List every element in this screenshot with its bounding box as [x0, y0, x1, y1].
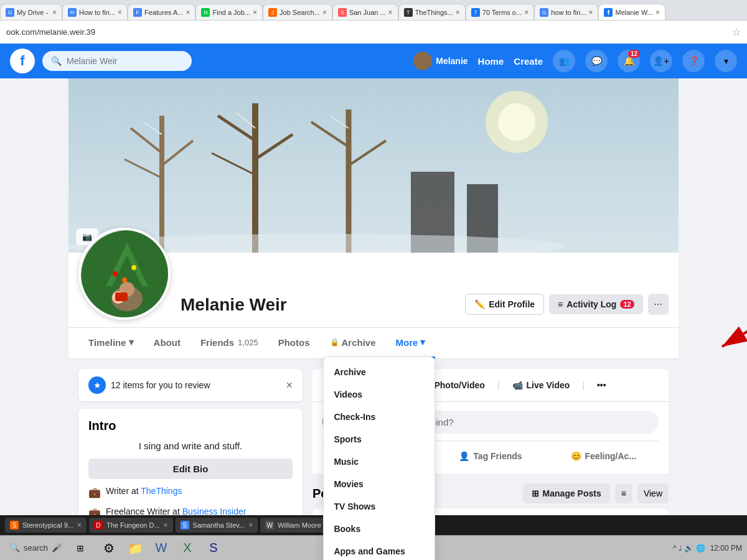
- link-thethings[interactable]: TheThings: [141, 486, 182, 496]
- live-icon: 📹: [512, 380, 523, 390]
- tab-howtofind[interactable]: G how to fin... ×: [534, 4, 598, 20]
- dropdown-item-tvshows[interactable]: TV Shows: [324, 495, 435, 518]
- taskbar-s-app[interactable]: S: [201, 537, 226, 559]
- tab-photos-label: Photos: [278, 337, 310, 348]
- browser-tabs: G My Drive - × H How to fin... × F Featu…: [0, 0, 747, 20]
- dropdown-item-books[interactable]: Books: [324, 518, 435, 540]
- manage-posts-button[interactable]: ⊞ Manage Posts: [523, 483, 610, 503]
- more-btn-composer[interactable]: •••: [590, 375, 614, 395]
- tab-close-70terms[interactable]: ×: [524, 8, 529, 17]
- taskbar-right: ^ ♩ 🔊 🌐 12:00 PM: [673, 544, 742, 553]
- more-dots-button[interactable]: ···: [648, 294, 669, 315]
- bottom-tab-stereotypical[interactable]: S Stereotypical 9... ×: [5, 518, 87, 533]
- dropdown-item-checkins[interactable]: Check-Ins: [324, 406, 435, 428]
- filter-button[interactable]: ≡: [615, 483, 632, 503]
- tab-gdrive[interactable]: G My Drive - ×: [0, 4, 62, 20]
- taskbar-search[interactable]: 🔍 search 🎤: [5, 541, 67, 555]
- task-view-btn[interactable]: ⊞: [69, 538, 92, 558]
- tab-title-features: Features A...: [144, 9, 183, 16]
- dropdown-item-sports[interactable]: Sports: [324, 428, 435, 450]
- dropdown-item-apps-games[interactable]: Apps and Games: [324, 540, 435, 560]
- intro-title: Intro: [88, 419, 116, 433]
- composer-tag-btn[interactable]: 👤 Tag Friends: [435, 446, 545, 466]
- intro-bio-text: I sing and write and stuff.: [88, 441, 293, 451]
- edit-profile-button[interactable]: ✏️ Edit Profile: [465, 294, 544, 315]
- notifications-icon-btn[interactable]: 🔔 12: [618, 50, 640, 72]
- review-text: 12 items for you to review: [111, 380, 281, 390]
- tab-things[interactable]: T TheThings... ×: [398, 4, 466, 20]
- bottom-tab-samantha[interactable]: S Samantha Stev... ×: [176, 518, 258, 533]
- tab-howto[interactable]: H How to fin... ×: [62, 4, 128, 20]
- review-close-btn[interactable]: ×: [286, 379, 293, 392]
- messenger-icon-btn[interactable]: 💬: [585, 50, 608, 72]
- tab-sanjuan[interactable]: S San Juan ... ×: [332, 4, 398, 20]
- friend-requests-icon-btn[interactable]: 👤+: [650, 50, 672, 72]
- taskbar-chrome[interactable]: ⚙: [96, 537, 121, 559]
- bottom-tab-fungeon[interactable]: D The Fungeon D... ×: [89, 518, 173, 533]
- composer-feeling-btn[interactable]: 😊 Feeling/Ac...: [548, 446, 659, 466]
- tab-friends-label: Friends: [200, 337, 234, 348]
- dropdown-item-videos[interactable]: Videos: [324, 383, 435, 406]
- tab-more[interactable]: More ▾ Archive Videos Check-Ins Sports M…: [386, 328, 436, 358]
- microphone-icon: 🎤: [52, 543, 62, 553]
- tab-features[interactable]: F Features A... ×: [128, 4, 195, 20]
- tab-close-jobsearch[interactable]: ×: [322, 8, 327, 17]
- taskbar-excel[interactable]: X: [175, 537, 200, 559]
- bookmark-icon[interactable]: ☆: [732, 26, 741, 38]
- dropdown-item-movies[interactable]: Movies: [324, 473, 435, 495]
- folder-icon: 📁: [128, 541, 143, 556]
- tab-melanie[interactable]: f Melanie W... ×: [598, 4, 665, 20]
- tab-close-sanjuan[interactable]: ×: [388, 8, 393, 17]
- search-bar[interactable]: 🔍: [42, 51, 192, 71]
- tab-close-gdrive[interactable]: ×: [52, 8, 57, 17]
- tab-archive-label: Archive: [342, 337, 376, 348]
- tab-close-howtofind[interactable]: ×: [588, 8, 593, 17]
- nav-dropdown-btn[interactable]: ▾: [715, 50, 737, 72]
- tab-70terms[interactable]: 7 70 Terms o... ×: [466, 4, 534, 20]
- taskbar-file-explorer[interactable]: 📁: [123, 537, 148, 559]
- tab-close-things[interactable]: ×: [456, 8, 460, 17]
- taskbar-word[interactable]: W: [149, 537, 174, 559]
- review-star-icon: ★: [88, 376, 106, 394]
- facebook-logo: f: [10, 49, 35, 73]
- tab-favicon-features: F: [133, 8, 142, 17]
- tab-jobsearch[interactable]: J Job Search... ×: [263, 4, 332, 20]
- dropdown-item-music[interactable]: Music: [324, 450, 435, 473]
- tab-archive[interactable]: 🔒 Archive: [320, 329, 386, 358]
- url-text: ook.com/melanie.weir.39: [6, 27, 727, 37]
- tab-close-howto[interactable]: ×: [118, 8, 122, 17]
- live-video-label: Live Video: [527, 380, 570, 390]
- notification-badge: 12: [628, 50, 640, 58]
- tab-favicon-howtofind: G: [540, 8, 548, 17]
- dropdown-item-archive[interactable]: Archive: [324, 361, 435, 383]
- tab-title-melanie: Melanie W...: [615, 9, 653, 16]
- live-video-btn[interactable]: 📹 Live Video: [505, 375, 578, 395]
- tab-close-melanie[interactable]: ×: [655, 8, 660, 17]
- tab-photos[interactable]: Photos: [268, 329, 320, 358]
- composer-feeling-label: Feeling/Ac...: [585, 451, 636, 461]
- svg-point-24: [113, 271, 118, 276]
- friends-icon-btn[interactable]: 👥: [553, 50, 575, 72]
- excel-icon: X: [183, 541, 191, 555]
- tab-timeline[interactable]: Timeline ▾: [78, 328, 144, 358]
- tab-close-features[interactable]: ×: [186, 8, 190, 17]
- tab-friends[interactable]: Friends 1,025: [190, 329, 268, 358]
- bottom-tab-close-fungeon[interactable]: ×: [164, 521, 168, 530]
- nav-home-link[interactable]: Home: [478, 56, 504, 67]
- tab-close-findjob[interactable]: ×: [253, 8, 257, 17]
- tab-title-gdrive: My Drive -: [17, 9, 50, 16]
- tab-favicon-sanjuan: S: [338, 8, 347, 17]
- search-input[interactable]: [67, 56, 179, 66]
- activity-log-button[interactable]: ≡ Activity Log 12: [549, 294, 643, 314]
- nav-user[interactable]: Melanie: [413, 52, 467, 70]
- view-button[interactable]: View: [637, 483, 669, 503]
- help-icon-btn[interactable]: ❓: [682, 50, 705, 72]
- nav-right: Melanie Home Create 👥 💬 🔔 12 👤+ ❓ ▾: [413, 50, 737, 72]
- search-icon: 🔍: [51, 56, 62, 66]
- nav-create-link[interactable]: Create: [514, 56, 543, 67]
- bottom-tab-close-stereo[interactable]: ×: [77, 521, 82, 530]
- edit-bio-button[interactable]: Edit Bio: [88, 459, 293, 479]
- tab-findjob[interactable]: N Find a Job... ×: [195, 4, 263, 20]
- tab-about[interactable]: About: [144, 329, 190, 358]
- bottom-tab-close-samantha[interactable]: ×: [248, 521, 253, 530]
